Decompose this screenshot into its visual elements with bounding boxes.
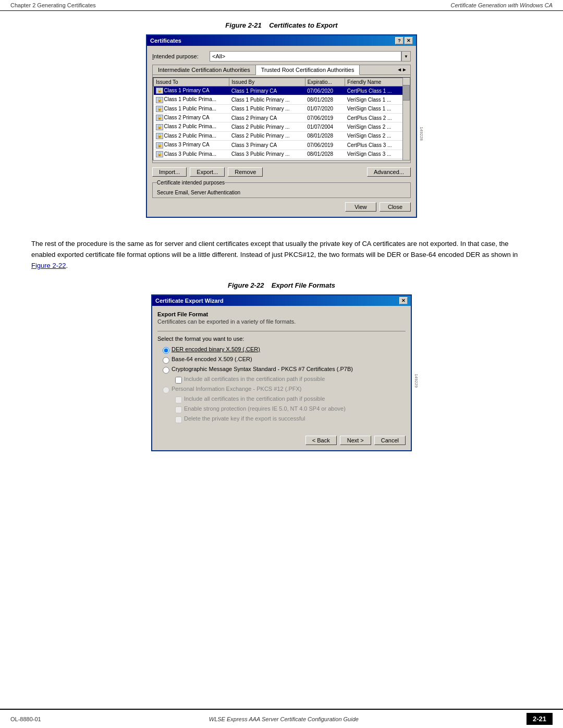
cert-friendly-cell: VeriSign Class 1 ... xyxy=(345,104,410,113)
figure22-inner: Certificate Export Wizard ✕ Export File … xyxy=(151,294,412,462)
advanced-button[interactable]: Advanced... xyxy=(367,167,411,177)
footer-doc-number: OL-8880-01 xyxy=(10,716,41,722)
close-dialog-button[interactable]: Close xyxy=(380,202,411,212)
radio-pkcs7[interactable] xyxy=(163,367,169,374)
figure22-side-label: 149229 xyxy=(414,374,419,388)
cert-icon-cell: 🔒Class 1 Public Prima... xyxy=(154,95,229,104)
cert-expiry-cell: 01/07/2020 xyxy=(305,104,345,113)
cert-icon-cell: 🔒Class 3 Public Prima... xyxy=(154,158,229,161)
figure21-side-label: 149228 xyxy=(419,127,424,141)
help-btn[interactable]: ? xyxy=(395,37,403,44)
back-button[interactable]: < Back xyxy=(305,436,337,445)
export-close-btn[interactable]: ✕ xyxy=(399,297,408,304)
footer-guide-title: WLSE Express AAA Server Certificate Conf… xyxy=(209,716,359,722)
next-button[interactable]: Next > xyxy=(340,436,371,445)
radio-pkcs12-label: Personal Information Exchange - PKCS #12… xyxy=(172,386,301,392)
radio-pkcs7-label: Cryptographic Message Syntax Standard - … xyxy=(172,366,353,372)
cert-issued-by-cell: Class 1 Public Primary ... xyxy=(229,95,305,104)
cert-issued-by-cell: Class 3 Public Primary ... xyxy=(229,150,305,158)
radio-der-label: DER encoded binary X.509 (.CER) xyxy=(172,346,260,352)
radio-item-pkcs7: Cryptographic Message Syntax Standard - … xyxy=(163,366,406,374)
cert-friendly-cell: VeriSign Class 1 ... xyxy=(345,95,410,104)
table-row[interactable]: 🔒Class 2 Public Prima...Class 2 Public P… xyxy=(154,122,410,131)
export-titlebar-controls: ✕ xyxy=(399,297,408,304)
guide-title-header: Certificate Generation with Windows CA xyxy=(450,2,553,8)
table-row[interactable]: 🔒Class 1 Public Prima...Class 1 Public P… xyxy=(154,104,410,113)
chk-pkcs12-include-label: Include all certificates in the certific… xyxy=(184,396,325,402)
table-row[interactable]: 🔒Class 3 Primary CAClass 3 Primary CA07/… xyxy=(154,141,410,150)
intended-purpose-row: Intended purpose: ▼ xyxy=(152,51,411,61)
cert-icon-cell: 🔒Class 1 Public Prima... xyxy=(154,104,229,113)
cert-issued-by-cell: Class 2 Public Primary ... xyxy=(229,131,305,140)
cert-issued-by-cell: Class 1 Primary CA xyxy=(229,87,305,95)
cert-issued-by-cell: Class 2 Primary CA xyxy=(229,114,305,122)
chk-delete-private-key xyxy=(175,416,182,423)
dialog-title: Certificates xyxy=(150,38,181,44)
radio-base64-label: Base-64 encoded X.509 (.CER) xyxy=(172,356,252,362)
table-row[interactable]: 🔒Class 2 Primary CAClass 2 Primary CA07/… xyxy=(154,114,410,122)
export-button[interactable]: Export... xyxy=(190,167,225,177)
export-dialog-titlebar: Certificate Export Wizard ✕ xyxy=(152,295,411,306)
table-row[interactable]: 🔒Class 2 Public Prima...Class 2 Public P… xyxy=(154,131,410,140)
table-row[interactable]: 🔒Class 3 Public Prima...Class 3 Public P… xyxy=(154,158,410,161)
import-button[interactable]: Import... xyxy=(152,167,187,177)
tab-scroll-arrow[interactable]: ◄► xyxy=(394,65,410,75)
figure21-title: Figure 2-21 Certificates to Export xyxy=(31,21,532,29)
figure22-link[interactable]: Figure 2-22 xyxy=(31,262,66,269)
intended-purpose-label: Intended purpose: xyxy=(152,53,210,59)
col-issued-by: Issued By xyxy=(229,78,305,87)
table-row[interactable]: 🔒Class 1 Primary CAClass 1 Primary CA07/… xyxy=(154,87,410,95)
cert-issued-by-cell: Class 3 Primary CA xyxy=(229,141,305,150)
close-btn-titlebar[interactable]: ✕ xyxy=(405,37,413,44)
chk-pkcs7-include-label: Include all certificates in the certific… xyxy=(184,376,325,382)
remove-button[interactable]: Remove xyxy=(228,167,263,177)
view-button[interactable]: View xyxy=(345,202,376,212)
cert-table: Issued To Issued By Expiratio... Friendl… xyxy=(153,78,410,161)
chk-pkcs7-include[interactable] xyxy=(175,377,182,384)
body-paragraph: The rest of the procedure is the same as… xyxy=(31,239,532,271)
cert-issued-by-cell: Class 2 Public Primary ... xyxy=(229,122,305,131)
tab-trusted-root[interactable]: Trusted Root Certification Authorities xyxy=(256,65,360,75)
table-row[interactable]: 🔒Class 1 Public Prima...Class 1 Public P… xyxy=(154,95,410,104)
checkbox-delete-private-key: Delete the private key if the export is … xyxy=(175,415,406,423)
page-header: Chapter 2 Generating Certificates Certif… xyxy=(0,0,563,11)
cert-friendly-cell: CertPlus Class 1 ... xyxy=(345,87,410,95)
dialog-titlebar: Certificates ? ✕ xyxy=(147,35,416,46)
cert-expiry-cell: 08/01/2028 xyxy=(305,131,345,140)
tab-intermediate[interactable]: Intermediate Certification Authorities xyxy=(153,65,256,75)
checkbox-pkcs7-include: Include all certificates in the certific… xyxy=(175,376,406,384)
intended-purpose-dropdown[interactable]: ▼ xyxy=(401,51,411,61)
radio-item-der: DER encoded binary X.509 (.CER) xyxy=(163,346,406,354)
dialog-body: Intended purpose: ▼ Intermediate Certifi… xyxy=(147,46,416,217)
certificates-dialog: Certificates ? ✕ Intended purpose: ▼ xyxy=(146,34,417,218)
table-row[interactable]: 🔒Class 3 Public Prima...Class 3 Public P… xyxy=(154,150,410,158)
export-select-label: Select the format you want to use: xyxy=(157,336,406,342)
cert-expiry-cell: 07/06/2019 xyxy=(305,141,345,150)
checkbox-strong-protection: Enable strong protection (requires IE 5.… xyxy=(175,405,406,413)
table-scrollbar[interactable] xyxy=(402,78,410,160)
figure21-inner: Certificates ? ✕ Intended purpose: ▼ xyxy=(146,34,417,228)
col-friendly: Friendly Name xyxy=(345,78,410,87)
export-radio-group: DER encoded binary X.509 (.CER) Base-64 … xyxy=(163,346,406,423)
scrollbar-thumb[interactable] xyxy=(402,85,410,101)
cert-purposes-content: Secure Email, Server Authentication xyxy=(157,190,406,195)
radio-pkcs12 xyxy=(163,387,169,393)
radio-der[interactable] xyxy=(163,347,169,354)
radio-base64[interactable] xyxy=(163,357,169,364)
chk-strong-protection-label: Enable strong protection (requires IE 5.… xyxy=(184,405,346,412)
export-dialog-title: Certificate Export Wizard xyxy=(155,298,224,304)
intended-purpose-input[interactable] xyxy=(210,51,401,61)
cert-friendly-cell: VeriSign Class 2 ... xyxy=(345,131,410,140)
radio-item-pkcs12: Personal Information Exchange - PKCS #12… xyxy=(163,386,406,393)
chapter-label: Chapter 2 Generating Certificates xyxy=(10,2,96,8)
figure22-title: Figure 2-22 Export File Formats xyxy=(31,281,532,289)
cert-expiry-cell: 08/01/2028 xyxy=(305,95,345,104)
main-content: Figure 2-21 Certificates to Export Certi… xyxy=(0,11,563,483)
cert-icon-cell: 🔒Class 2 Primary CA xyxy=(154,114,229,122)
checkbox-pkcs12-include: Include all certificates in the certific… xyxy=(175,396,406,403)
col-expiry: Expiratio... xyxy=(305,78,345,87)
cancel-button[interactable]: Cancel xyxy=(374,436,406,445)
page-footer: OL-8880-01 WLSE Express AAA Server Certi… xyxy=(0,709,563,728)
export-section-desc: Certificates can be exported in a variet… xyxy=(157,318,406,325)
cert-tabs-container: Intermediate Certification Authorities T… xyxy=(152,65,411,163)
